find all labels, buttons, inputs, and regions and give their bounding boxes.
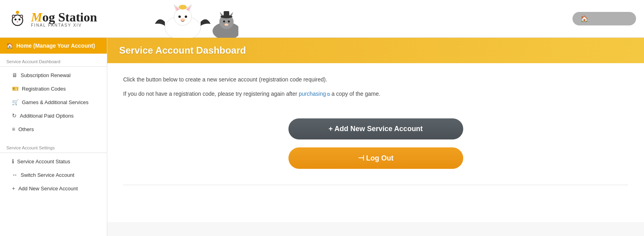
sidebar-item-switch-account[interactable]: ↔ Switch Service Account [0,168,107,182]
sidebar-item-additional-label: Additional Paid Options [20,113,73,119]
svg-point-4 [17,21,18,23]
sidebar-home-label: Home (Manage Your Account) [16,43,95,49]
sidebar-home-button[interactable]: 🏠 Home (Manage Your Account) [0,38,107,54]
sidebar-item-status-label: Service Account Status [17,159,70,164]
sidebar-item-add-label: Add New Service Account [18,186,78,192]
page-header-banner: Service Account Dashboard [107,38,644,63]
sidebar-section1-title: Service Account Dashboard [0,54,107,67]
logo-area: Mog Station FINAL FANTASY XIV [8,9,97,28]
home-icon: 🏠 [6,43,13,49]
user-pill[interactable]: 🏠 [572,12,636,25]
sidebar-item-additional-paid[interactable]: ↻ Additional Paid Options [0,109,107,122]
main-content: Service Account Dashboard Click the butt… [107,38,644,236]
header: Mog Station FINAL FANTASY XIV [0,0,644,38]
svg-point-8 [13,15,15,17]
user-pill-icon: 🏠 [580,15,588,23]
page-title: Service Account Dashboard [119,45,632,56]
svg-point-26 [223,21,225,23]
svg-point-18 [185,15,187,18]
info-prefix: If you do not have a registration code, … [123,91,299,97]
mascot-area [103,0,238,38]
info-icon: ℹ [12,158,14,164]
cart-icon: 🛒 [12,99,19,105]
sidebar-item-add-account[interactable]: + Add New Service Account [0,182,107,195]
svg-point-20 [179,5,187,10]
info-text-2: If you do not have a registration code, … [123,89,628,98]
sidebar-section2-title: Service Account Settings [0,140,107,153]
plus-icon: + [12,185,15,192]
svg-point-2 [15,19,17,21]
add-new-service-account-button[interactable]: + Add New Service Account [288,118,463,139]
sidebar-item-registration[interactable]: 🎫 Registration Codes [0,82,107,95]
sidebar: 🏠 Home (Manage Your Account) Service Acc… [0,38,107,236]
svg-point-10 [21,15,23,17]
logo-brand: Mog Station [31,10,97,25]
svg-point-25 [224,23,228,26]
sidebar-item-subscription-label: Subscription Renewal [21,72,71,78]
svg-point-19 [180,18,185,21]
sidebar-item-games-label: Games & Additional Services [22,99,89,105]
sidebar-item-others[interactable]: ≡ Others [0,122,107,136]
purchasing-link[interactable]: purchasing⧉ [299,91,330,97]
refresh-icon: ↻ [12,112,17,119]
monitor-icon: 🖥 [12,72,17,78]
svg-point-6 [16,11,19,14]
svg-point-17 [178,15,181,18]
main-layout: 🏠 Home (Manage Your Account) Service Acc… [0,38,644,236]
list-icon: ≡ [12,126,15,132]
switch-icon: ↔ [12,172,17,178]
header-right: 🏠 [572,12,636,25]
logout-button[interactable]: ⊣ Log Out [288,147,463,169]
content-area: Click the button below to create a new s… [107,63,644,222]
sidebar-item-subscription[interactable]: 🖥 Subscription Renewal [0,68,107,82]
buttons-area: + Add New Service Account ⊣ Log Out [123,118,628,169]
sidebar-item-others-label: Others [18,126,34,132]
sidebar-item-switch-label: Switch Service Account [21,172,74,178]
svg-rect-29 [224,11,229,17]
external-link-icon: ⧉ [327,92,330,97]
info-suffix: a copy of the game. [330,91,381,97]
svg-point-3 [19,19,21,21]
sidebar-item-registration-label: Registration Codes [22,86,66,92]
content-divider [123,185,628,185]
sidebar-item-account-status[interactable]: ℹ Service Account Status [0,155,107,168]
sidebar-item-games[interactable]: 🛒 Games & Additional Services [0,95,107,109]
logo-icon [8,9,27,28]
svg-point-27 [228,21,230,23]
ticket-icon: 🎫 [12,85,19,92]
info-text-1: Click the button below to create a new s… [123,75,628,84]
